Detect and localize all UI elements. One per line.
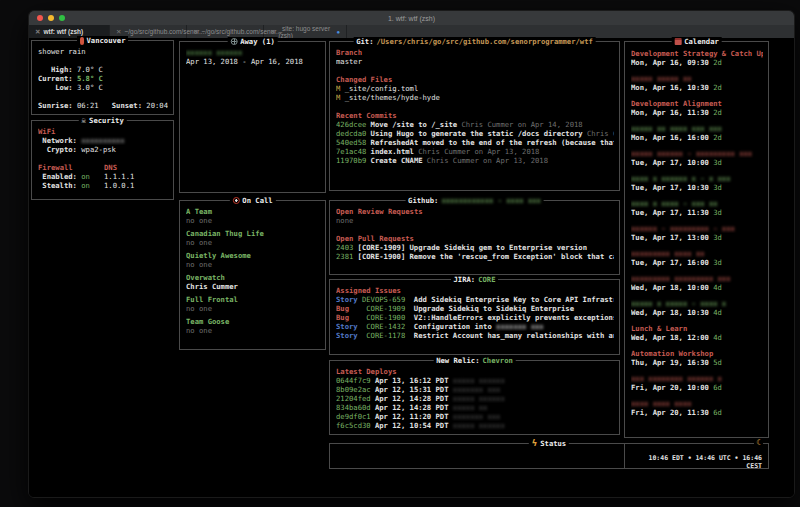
jira-panel: JIRA:CORE Assigned Issues StoryDEVOPS-65…	[329, 279, 620, 355]
deploy-row: 21204fedApr 12, 14:28 PDTxxxxx xxxxxx	[336, 394, 614, 403]
world-clocks: 10:46 EDT • 14:46 UTC • 16:46 CEST	[649, 454, 763, 470]
jira-project: CORE	[478, 275, 495, 284]
oncall-team: Team Gooseno one	[186, 317, 320, 335]
current-label: Current:	[38, 74, 73, 83]
close-tab-icon[interactable]: ✕	[35, 28, 40, 36]
high-label: High:	[38, 65, 73, 74]
recent-commits-header: Recent Commits	[336, 111, 397, 120]
pull-requests-header: Open Pull Requests	[336, 234, 414, 243]
review-requests-none: none	[336, 216, 353, 225]
calendar-event: xxxxx xxxxxx - xxxxxxxxx xxxTue, Apr 17,…	[631, 149, 763, 167]
tab-label: wtf: wtf (zsh)	[43, 28, 83, 35]
oncall-team: Quietly Awesomeno one	[186, 251, 320, 269]
commit-row: 540ed58RefreshedAt moved to the end of t…	[336, 138, 614, 147]
clocks-panel: ☾ 10:46 EDT • 14:46 UTC • 16:46 CEST	[624, 443, 769, 469]
deploy-row: f6c5cd30Apr 12, 10:54 PDTxxxxx xxxxxx	[336, 421, 614, 430]
dns-primary: 1.1.1.1	[104, 172, 134, 181]
dns-header: DNS	[104, 163, 117, 172]
pull-request-row: 2381[CORE-1900] Remove the 'rescue_from …	[336, 252, 614, 261]
changed-file-row: M_site/config.toml	[336, 84, 614, 93]
panel-title: Away (1)	[240, 37, 275, 46]
fencer-icon: ☠	[81, 117, 86, 125]
panel-title: Calendar	[684, 37, 719, 46]
deploy-row: 8b09e2acApr 12, 15:31 PDTxxxxxxx xxx	[336, 385, 614, 394]
enabled-label: Enabled:	[38, 172, 77, 181]
close-tab-icon[interactable]: ✕	[270, 28, 275, 36]
titlebar: 1. wtf: wtf (zsh)	[29, 11, 794, 25]
review-requests-header: Open Review Requests	[336, 207, 423, 216]
calendar-event: xxxxx x xxxxx - xxxx xWed, Apr 18, 10:30…	[631, 299, 763, 317]
newrelic-app: Chevron	[482, 356, 512, 365]
tab-label: _site: hugo server (zsh)	[278, 25, 333, 39]
low-value: 3.0° C	[77, 83, 103, 92]
panel-title: Status	[540, 439, 566, 448]
calendar-event: Development Strategy & Catch UpMon, Apr …	[631, 49, 763, 67]
calendar-event: xxxxx xx xxxx xxx xxxMon, Apr 16, 16:002…	[631, 124, 763, 142]
panel-title: Git:	[356, 37, 373, 46]
weather-condition: shower rain	[38, 47, 86, 56]
high-value: 7.0° C	[77, 65, 103, 74]
oncall-team: OverwatchChris Cummer	[186, 273, 320, 291]
deploy-row: de9df0c1Apr 12, 11:20 PDTxxxxxxx xxx	[336, 412, 614, 421]
close-tab-icon[interactable]: ✕	[116, 28, 121, 36]
low-label: Low:	[38, 83, 73, 92]
calendar-event: xxxx xxxx xxxxFri, Apr 20, 11:306d	[631, 399, 763, 417]
network-label: Network:	[38, 136, 77, 145]
network-value: xxxxxxxxxx	[81, 136, 124, 145]
weather-panel: Vancouver shower rain High:7.0° C Curren…	[31, 40, 174, 115]
jira-issue-row: StoryCORE-1178Restrict Account has_many …	[336, 331, 614, 340]
thermometer-icon	[80, 37, 84, 45]
calendar-event: Development AlignmentMon, Apr 16, 11:302…	[631, 99, 763, 117]
terminal-screen: Vancouver shower rain High:7.0° C Curren…	[29, 38, 794, 497]
alarm-clock-icon	[232, 197, 239, 204]
branch-name: master	[336, 57, 362, 66]
calendar-panel: Calendar Development Strategy & Catch Up…	[624, 41, 769, 438]
globe-icon	[230, 38, 237, 45]
github-panel: Github:xxxxxxxxxxxx - xxxx xxx Open Revi…	[329, 200, 620, 275]
terminal-window: 1. wtf: wtf (zsh) ✕ wtf: wtf (zsh) ✕ ~/g…	[28, 10, 795, 498]
panel-title: On Call	[242, 196, 272, 205]
close-window-button[interactable]	[37, 15, 43, 21]
zoom-window-button[interactable]	[59, 15, 65, 21]
branch-header: Branch	[336, 48, 362, 57]
calendar-event: xxxxx xxxxx xxMon, Apr 16, 10:302d	[631, 74, 763, 92]
close-tab-icon[interactable]: ✕	[193, 28, 198, 36]
lightning-icon: ϟ	[532, 439, 537, 448]
oncall-team: Full Frontalno one	[186, 295, 320, 313]
stealth-value: on	[81, 181, 90, 190]
calendar-event: Lunch & LearnWed, Apr 18, 12:004d	[631, 324, 763, 342]
tab-activity-icon: ●	[336, 29, 340, 35]
pull-request-row: 2403[CORE-1909] Upgrade Sidekiq gem to E…	[336, 243, 614, 252]
jira-issue-row: BugCORE-1909Upgrade Sidekiq to Sidekiq E…	[336, 304, 614, 313]
away-panel: Away (1) xxxxxx xxxxxx Apr 13, 2018 - Ap…	[179, 41, 326, 193]
oncall-panel: On Call A Teamno one Canadian Thug Lifen…	[179, 200, 326, 350]
jira-issue-row: StoryCORE-1432Configuration into xxxxxxx…	[336, 322, 614, 331]
crypto-label: Crypto:	[38, 145, 77, 154]
commit-row: 11970b9Create CNAMEChris Cummer on Apr 1…	[336, 156, 614, 165]
calendar-event: xxx xxxxxxxx xxxxxx xFri, Apr 20, 10:006…	[631, 374, 763, 392]
stealth-label: Stealth:	[38, 181, 77, 190]
oncall-team: Canadian Thug Lifeno one	[186, 229, 320, 247]
commit-row: 426dceeMove /site to /_siteChris Cummer …	[336, 120, 614, 129]
latest-deploys-header: Latest Deploys	[336, 367, 397, 376]
oncall-team: A Teamno one	[186, 207, 320, 225]
changed-files-header: Changed Files	[336, 75, 392, 84]
panel-title: Security	[89, 116, 124, 125]
dns-secondary: 1.0.0.1	[104, 181, 134, 190]
git-panel: Git:/Users/chris/go/src/github.com/senor…	[329, 41, 620, 191]
jira-issue-row: StoryDEVOPS-659Add Sidekiq Enterprise Ke…	[336, 295, 614, 304]
crypto-value: wpa2-psk	[81, 145, 116, 154]
moon-icon: ☾	[756, 439, 761, 447]
firewall-header: Firewall	[38, 163, 73, 172]
minimize-window-button[interactable]	[48, 15, 54, 21]
calendar-icon	[674, 38, 681, 45]
security-panel: ☠Security WiFi Network:xxxxxxxxxx Crypto…	[31, 120, 174, 200]
calendar-event: xxxxxxxxx xxxx xxTue, Apr 17, 16:003d	[631, 249, 763, 267]
jira-issue-row: BugCORE-1900V2::HandleErrors explicitly …	[336, 313, 614, 322]
enabled-value: on	[81, 172, 90, 181]
calendar-event: Automation WorkshopThu, Apr 19, 16:305d	[631, 349, 763, 367]
commit-row: dedcda0Using Hugo to generate the static…	[336, 129, 614, 138]
deploy-row: 834ba60dApr 12, 14:28 PDTxxxxx xx	[336, 403, 614, 412]
newrelic-panel: New Relic:Chevron Latest Deploys 0644f7c…	[329, 360, 620, 435]
deploy-row: 0644f7c9Apr 13, 16:12 PDTxxxxx xxxxxx	[336, 376, 614, 385]
